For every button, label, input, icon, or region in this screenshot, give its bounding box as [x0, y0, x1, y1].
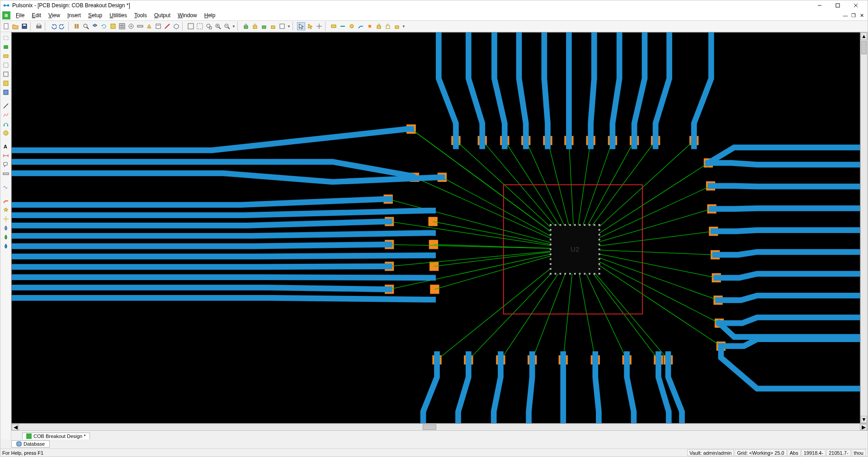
design-canvas[interactable]: U2	[11, 32, 860, 424]
drc-button[interactable]	[109, 22, 117, 30]
side-sun-button[interactable]	[2, 215, 10, 223]
side-outline-button[interactable]	[2, 61, 10, 69]
layers-button[interactable]	[91, 22, 99, 30]
component-button[interactable]	[330, 22, 338, 30]
side-route-button[interactable]	[2, 197, 10, 205]
window-close-button[interactable]	[847, 0, 865, 10]
hscroll-left-button[interactable]: ◀	[12, 424, 19, 430]
view3d-button[interactable]	[172, 22, 180, 30]
svg-rect-185	[579, 224, 581, 226]
menu-view[interactable]: View	[45, 11, 64, 19]
protect-button[interactable]	[393, 22, 401, 30]
svg-rect-168	[599, 229, 600, 231]
print-button[interactable]	[35, 22, 43, 30]
side-line-button[interactable]	[2, 102, 10, 110]
mdi-minimize-button[interactable]: —	[841, 11, 849, 19]
vscroll-down-button[interactable]: ▼	[861, 416, 867, 423]
app-menu-icon[interactable]: ⊞	[2, 11, 10, 19]
vscroll-up-button[interactable]: ▲	[861, 33, 867, 40]
zoom-selection-button[interactable]	[205, 22, 213, 30]
zoom-window-button[interactable]	[196, 22, 204, 30]
lock3-button[interactable]	[260, 22, 268, 30]
net-button[interactable]	[339, 22, 347, 30]
select-mode-button[interactable]	[297, 22, 305, 30]
side-area-button[interactable]	[2, 70, 10, 78]
mdi-restore-button[interactable]: ❐	[849, 11, 858, 19]
menu-setup[interactable]: Setup	[85, 11, 106, 19]
open-file-button[interactable]	[11, 22, 19, 30]
window-minimize-button[interactable]	[811, 0, 829, 10]
side-ruler-button[interactable]	[2, 170, 10, 178]
measure-button[interactable]	[136, 22, 144, 30]
via-button[interactable]	[348, 22, 356, 30]
highlight-button[interactable]	[145, 22, 153, 30]
side-text-button[interactable]: A	[2, 143, 10, 151]
snap-button[interactable]	[127, 22, 135, 30]
cross-probe-button[interactable]	[163, 22, 171, 30]
menu-file[interactable]: File	[12, 11, 28, 19]
vscroll-thumb[interactable]	[861, 41, 867, 54]
vertical-scrollbar[interactable]: ▲ ▼	[860, 32, 868, 424]
new-file-button[interactable]	[2, 22, 10, 30]
lock-item-button[interactable]	[375, 22, 383, 30]
undo-button[interactable]	[49, 22, 57, 30]
lock2-button[interactable]	[251, 22, 259, 30]
menu-help[interactable]: Help	[201, 11, 219, 19]
menu-utilities[interactable]: Utilities	[106, 11, 131, 19]
zoom-in-button[interactable]	[214, 22, 222, 30]
zoom-dropdown[interactable]: ▼	[232, 24, 236, 29]
find-button[interactable]	[82, 22, 90, 30]
side-polyline-button[interactable]	[2, 111, 10, 119]
properties-button[interactable]	[154, 22, 162, 30]
zoom-out-button[interactable]	[223, 22, 231, 30]
lock1-button[interactable]	[242, 22, 250, 30]
database-tab[interactable]: Database	[11, 440, 50, 447]
side-fill-button[interactable]	[2, 79, 10, 87]
side-drop2-button[interactable]	[2, 233, 10, 241]
track-button[interactable]	[357, 22, 365, 30]
status-vault: Vault: admin/admin	[687, 449, 734, 456]
side-template-button[interactable]	[2, 88, 10, 96]
side-drop3-button[interactable]	[2, 242, 10, 250]
grid-button[interactable]	[118, 22, 126, 30]
menu-edit[interactable]: Edit	[28, 11, 45, 19]
svg-rect-13	[77, 24, 79, 29]
lock5-button[interactable]	[278, 22, 286, 30]
menu-window[interactable]: Window	[174, 11, 201, 19]
move-button[interactable]	[315, 22, 323, 30]
side-drop1-button[interactable]	[2, 224, 10, 232]
menu-insert[interactable]: Insert	[64, 11, 85, 19]
svg-line-38	[228, 27, 230, 29]
zoom-extents-button[interactable]	[187, 22, 195, 30]
side-wave-button[interactable]	[2, 183, 10, 191]
redo-button[interactable]	[58, 22, 66, 30]
side-dimension-button[interactable]	[2, 152, 10, 160]
lock-dropdown[interactable]: ▼	[287, 24, 291, 29]
window-maximize-button[interactable]	[829, 0, 847, 10]
pad-button[interactable]	[366, 22, 374, 30]
side-comp-button[interactable]	[2, 52, 10, 60]
svg-rect-62	[7, 124, 8, 126]
unlock-item-button[interactable]	[384, 22, 392, 30]
hscroll-right-button[interactable]: ▶	[860, 424, 867, 430]
side-callout-button[interactable]	[2, 161, 10, 169]
refresh-button[interactable]	[100, 22, 108, 30]
svg-point-48	[350, 24, 354, 28]
pointer-button[interactable]	[306, 22, 314, 30]
save-file-button[interactable]	[20, 22, 28, 30]
side-circle-button[interactable]	[2, 129, 10, 137]
menu-output[interactable]: Output	[151, 11, 174, 19]
side-layer-button[interactable]	[2, 43, 10, 51]
side-star-button[interactable]	[2, 206, 10, 214]
menu-tools[interactable]: Tools	[131, 11, 151, 19]
document-tab-active[interactable]: COB Breakout Design *	[22, 433, 90, 439]
side-headphones-button[interactable]	[2, 120, 10, 128]
library-button[interactable]	[73, 22, 81, 30]
mdi-close-button[interactable]: ✕	[858, 11, 866, 19]
side-rect-button[interactable]	[2, 34, 10, 42]
svg-rect-184	[599, 248, 600, 250]
lock4-button[interactable]	[269, 22, 277, 30]
hscroll-thumb[interactable]	[423, 424, 436, 430]
horizontal-scrollbar[interactable]: ◀ ▶	[11, 424, 868, 431]
mode-dropdown[interactable]: ▼	[402, 24, 406, 29]
